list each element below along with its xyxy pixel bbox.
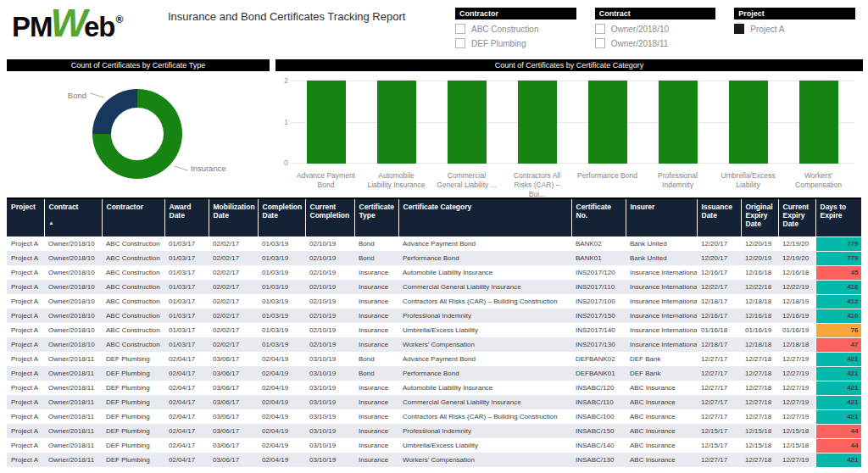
column-header[interactable]: Issuance Date	[697, 198, 741, 236]
checkbox-icon[interactable]	[595, 38, 605, 48]
pmweb-logo: PMWeb®	[12, 3, 123, 43]
cell: Bond	[354, 251, 398, 265]
table-row[interactable]: Project AOwner/2018/11DEF Plumbing02/04/…	[7, 366, 861, 381]
slicer-item[interactable]: Project A	[734, 24, 855, 34]
slicer-item-label: Owner/2018/11	[611, 39, 669, 48]
cell: 01/03/17	[164, 337, 209, 352]
table-row[interactable]: Project AOwner/2018/11DEF Plumbing02/04/…	[7, 424, 861, 438]
cell: 02/04/17	[164, 409, 209, 424]
column-header[interactable]: Original Expiry Date	[741, 198, 778, 236]
table-row[interactable]: Project AOwner/2018/10ABC Construction01…	[7, 280, 861, 294]
bar-slot	[291, 81, 361, 164]
cell: 02/04/17	[164, 352, 209, 366]
table-row[interactable]: Project AOwner/2018/10ABC Construction01…	[7, 337, 861, 352]
slicer-project: ProjectProject A	[734, 8, 855, 48]
cell: 12/15/18	[778, 438, 815, 453]
column-header[interactable]: Certificate No.	[571, 198, 626, 236]
column-header[interactable]: Insurer	[626, 198, 697, 236]
column-header[interactable]: Certificate Category	[398, 198, 571, 236]
cell: Bond	[354, 236, 398, 251]
table-row[interactable]: Project AOwner/2018/11DEF Plumbing02/04/…	[7, 395, 861, 409]
table-row[interactable]: Project AOwner/2018/11DEF Plumbing02/04/…	[7, 453, 861, 467]
cell: ABC Construction	[102, 265, 164, 280]
days-to-expire-cell: 45	[815, 265, 861, 280]
cell: 02/10/19	[305, 294, 354, 309]
bar[interactable]	[448, 81, 487, 164]
cell: Professional Indemnity	[398, 309, 571, 323]
donut-hole	[111, 108, 164, 160]
cell: 02/10/19	[305, 265, 354, 280]
table-row[interactable]: Project AOwner/2018/10ABC Construction01…	[7, 323, 861, 337]
cell: 12/16/18	[741, 265, 778, 280]
cell: 01/03/17	[164, 280, 209, 294]
bar[interactable]	[659, 81, 698, 164]
cell: 12/27/19	[778, 366, 815, 381]
column-header[interactable]: Mobilization Date	[209, 198, 258, 236]
slicer-item[interactable]: DEF Plumbing	[455, 38, 576, 48]
cell: DEF Plumbing	[102, 381, 164, 395]
days-to-expire-cell: 412	[815, 294, 861, 309]
slicer-item[interactable]: Owner/2018/11	[595, 38, 716, 48]
column-header[interactable]: Certificate Type	[354, 198, 398, 236]
table-row[interactable]: Project AOwner/2018/10ABC Construction01…	[7, 265, 861, 280]
cell: 12/27/19	[778, 381, 815, 395]
column-header[interactable]: Project	[7, 198, 44, 236]
checkbox-icon[interactable]	[595, 24, 605, 34]
table-row[interactable]: Project AOwner/2018/11DEF Plumbing02/04/…	[7, 381, 861, 395]
logo-text-eb: eb	[84, 11, 115, 43]
column-header[interactable]: Completion Date	[258, 198, 305, 236]
cell: Contractors All Risks (CAR) – Building C…	[398, 294, 571, 309]
cell: Project A	[7, 337, 44, 352]
cell: 12/27/18	[741, 395, 778, 409]
slicer-item[interactable]: Owner/2018/10	[595, 24, 716, 34]
cell: 02/04/17	[164, 395, 209, 409]
cell: Performance Bond	[398, 251, 571, 265]
days-to-expire-cell: 44	[815, 438, 861, 453]
column-header[interactable]: Current Expiry Date	[778, 198, 815, 236]
column-header[interactable]: Contractor	[102, 198, 164, 236]
table-row[interactable]: Project AOwner/2018/10ABC Construction01…	[7, 236, 861, 251]
cell: 12/15/18	[741, 438, 778, 453]
bar[interactable]	[729, 81, 768, 164]
cell: INS2017/150	[571, 309, 626, 323]
cell: Insurance	[354, 424, 398, 438]
table-row[interactable]: Project AOwner/2018/11DEF Plumbing02/04/…	[7, 409, 861, 424]
cell: 02/04/19	[258, 424, 305, 438]
cell: 03/10/19	[305, 366, 354, 381]
bar[interactable]	[307, 81, 346, 164]
cell: Bank United	[626, 236, 697, 251]
cell: Owner/2018/10	[44, 265, 102, 280]
y-axis-tick-label: 0	[278, 159, 288, 168]
cell: Insurance International	[626, 309, 697, 323]
bar-slot	[643, 81, 713, 164]
table-row[interactable]: Project AOwner/2018/11DEF Plumbing02/04/…	[7, 352, 861, 366]
cell: 12/27/17	[697, 381, 741, 395]
checkbox-icon[interactable]	[455, 24, 465, 34]
column-header-label: Certificate Category	[403, 203, 569, 211]
checkbox-icon[interactable]	[734, 24, 744, 34]
cell: 12/16/17	[697, 309, 741, 323]
column-header[interactable]: Award Date	[164, 198, 209, 236]
cell: 02/10/19	[305, 251, 354, 265]
registered-trademark-icon: ®	[115, 14, 123, 25]
bar[interactable]	[377, 81, 416, 164]
slicer-item[interactable]: ABC Construction	[455, 24, 576, 34]
bar[interactable]	[799, 81, 838, 164]
checkbox-icon[interactable]	[455, 38, 465, 48]
cell: 12/27/19	[778, 409, 815, 424]
cell: INS2017/100	[571, 294, 626, 309]
table-row[interactable]: Project AOwner/2018/11DEF Plumbing02/04/…	[7, 438, 861, 453]
table-row[interactable]: Project AOwner/2018/10ABC Construction01…	[7, 294, 861, 309]
callout-line-insurance	[174, 165, 187, 170]
bar[interactable]	[518, 81, 557, 164]
bar[interactable]	[588, 81, 627, 164]
certificates-table: ProjectContract▲ContractorAward DateMobi…	[7, 198, 862, 468]
cell: 02/04/17	[164, 381, 209, 395]
slicer-contract: ContractOwner/2018/10Owner/2018/11	[595, 8, 716, 48]
cell: 02/10/19	[305, 280, 354, 294]
table-row[interactable]: Project AOwner/2018/10ABC Construction01…	[7, 309, 861, 323]
column-header[interactable]: Current Completion	[305, 198, 354, 236]
column-header[interactable]: Days to Expire	[815, 198, 861, 236]
column-header[interactable]: Contract▲	[44, 198, 102, 236]
table-row[interactable]: Project AOwner/2018/10ABC Construction01…	[7, 251, 861, 265]
